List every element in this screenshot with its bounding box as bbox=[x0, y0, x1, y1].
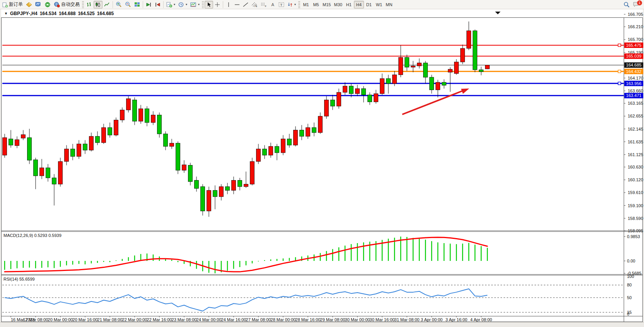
line-handle[interactable] bbox=[618, 70, 621, 73]
annotation-arrow-line[interactable] bbox=[402, 91, 463, 114]
price-tick-label: 163.165 bbox=[628, 101, 643, 106]
price-badge-label: 164.432 bbox=[626, 69, 642, 74]
candle-body bbox=[195, 181, 199, 189]
candle-body bbox=[170, 143, 174, 146]
candle-body bbox=[442, 82, 446, 85]
candle-body bbox=[380, 78, 384, 94]
candle-body bbox=[139, 109, 143, 121]
price-badge-label: 163.956 bbox=[626, 81, 642, 86]
chart-shift-marker-icon[interactable] bbox=[495, 12, 501, 14]
candle-body bbox=[71, 149, 75, 157]
price-tick-label: 160.120 bbox=[628, 177, 643, 182]
candle-body bbox=[145, 109, 149, 123]
time-tick-label: 21 Mar 08:00 bbox=[97, 317, 123, 322]
candle-body bbox=[58, 162, 63, 184]
candle-body bbox=[96, 136, 100, 143]
rsi-scale-label: 100 bbox=[627, 274, 634, 279]
candle-body bbox=[448, 69, 453, 72]
time-tick-label: 20 Mar 00:00 bbox=[48, 317, 73, 322]
candle-body bbox=[386, 78, 391, 83]
candle-body bbox=[176, 143, 180, 170]
candle-body bbox=[89, 136, 94, 150]
candle-body bbox=[331, 100, 335, 106]
candle-body bbox=[65, 149, 69, 162]
candle-body bbox=[312, 128, 316, 133]
candle-body bbox=[120, 110, 125, 120]
price-tick-label: 166.705 bbox=[628, 12, 643, 17]
line-handle[interactable] bbox=[618, 82, 621, 85]
candle-body bbox=[485, 65, 490, 69]
candle-body bbox=[151, 115, 155, 123]
price-badge-label: 165.039 bbox=[626, 54, 642, 58]
candle-body bbox=[467, 31, 471, 49]
price-tick-label: 159.100 bbox=[628, 203, 643, 208]
candle-body bbox=[250, 162, 255, 184]
price-tick-label: 162.655 bbox=[628, 114, 643, 118]
candle-body bbox=[164, 134, 168, 146]
time-tick-label: 3 Apr 16:00 bbox=[446, 317, 467, 322]
price-tick-label: 166.210 bbox=[628, 24, 643, 29]
candle-body bbox=[182, 165, 186, 170]
candle-body bbox=[405, 58, 409, 67]
candle-body bbox=[374, 94, 378, 102]
candle-body bbox=[244, 184, 248, 187]
candle-body bbox=[269, 146, 273, 155]
time-tick-label: 22 Mar 16:00 bbox=[147, 317, 172, 322]
time-tick-label: 27 Mar 08:00 bbox=[246, 317, 271, 322]
time-tick-label: 31 Mar 08:00 bbox=[395, 317, 420, 322]
price-tick-label: 160.630 bbox=[628, 165, 643, 169]
price-badge-label: 164.685 bbox=[626, 63, 642, 67]
price-tick-label: 158.590 bbox=[628, 216, 643, 221]
candle-body bbox=[454, 62, 459, 73]
price-badge-label: 163.471 bbox=[626, 93, 642, 98]
macd-signal-line bbox=[5, 237, 487, 272]
time-tick-label: 23 Mar 08:00 bbox=[172, 317, 197, 322]
price-tick-label: 165.700 bbox=[628, 37, 643, 42]
candle-body bbox=[21, 135, 26, 138]
candle-body bbox=[114, 120, 118, 135]
price-tick-label: 161.635 bbox=[628, 140, 643, 144]
candle-body bbox=[213, 191, 217, 197]
candle-body bbox=[238, 181, 242, 187]
candle-body bbox=[15, 140, 19, 146]
candle-body bbox=[219, 187, 224, 197]
time-tick-label: 29 Mar 08:00 bbox=[320, 317, 345, 322]
candle-body bbox=[3, 138, 7, 155]
candle-body bbox=[393, 75, 397, 83]
candle-body bbox=[157, 115, 162, 134]
rsi-line bbox=[5, 289, 487, 311]
candle-body bbox=[473, 31, 477, 70]
macd-label: MACD(12,26,9) 0.5293 0.5939 bbox=[3, 233, 61, 238]
time-tick-label: 3 Apr 00:00 bbox=[421, 317, 442, 322]
candle-body bbox=[275, 146, 279, 153]
candle-body bbox=[368, 95, 372, 102]
window-bottom-edge bbox=[0, 322, 644, 327]
annotation-arrow-head[interactable] bbox=[461, 89, 469, 94]
price-tick-label: 163.660 bbox=[628, 89, 643, 93]
candle-body bbox=[461, 48, 465, 62]
candle-body bbox=[102, 128, 106, 143]
candle-body bbox=[343, 86, 347, 92]
candle-body bbox=[207, 191, 211, 211]
candle-body bbox=[27, 138, 32, 160]
candle-body bbox=[201, 187, 205, 211]
candle-body bbox=[399, 58, 403, 75]
macd-scale-label: 0.00 bbox=[627, 259, 635, 263]
time-tick-label: 24 Mar 16:00 bbox=[221, 317, 246, 322]
candle-body bbox=[83, 144, 87, 150]
candle-body bbox=[411, 66, 415, 67]
candle-body bbox=[225, 187, 230, 191]
candle-body bbox=[77, 144, 81, 157]
candle-body bbox=[52, 178, 56, 184]
line-handle[interactable] bbox=[618, 44, 621, 46]
rsi-scale-label: 0 bbox=[627, 312, 629, 316]
candle-body bbox=[126, 99, 131, 110]
time-tick-label: 28 Mar 16:00 bbox=[296, 317, 321, 322]
time-tick-label: 30 Mar 00:00 bbox=[345, 317, 370, 322]
candle-body bbox=[232, 181, 236, 191]
candle-body bbox=[325, 100, 329, 116]
time-tick-label: 24 Mar 00:00 bbox=[196, 317, 222, 322]
candle-body bbox=[300, 130, 304, 136]
chart-canvas[interactable]: 166.705166.210165.700165.190164.170163.6… bbox=[0, 0, 644, 327]
candle-body bbox=[9, 139, 13, 145]
